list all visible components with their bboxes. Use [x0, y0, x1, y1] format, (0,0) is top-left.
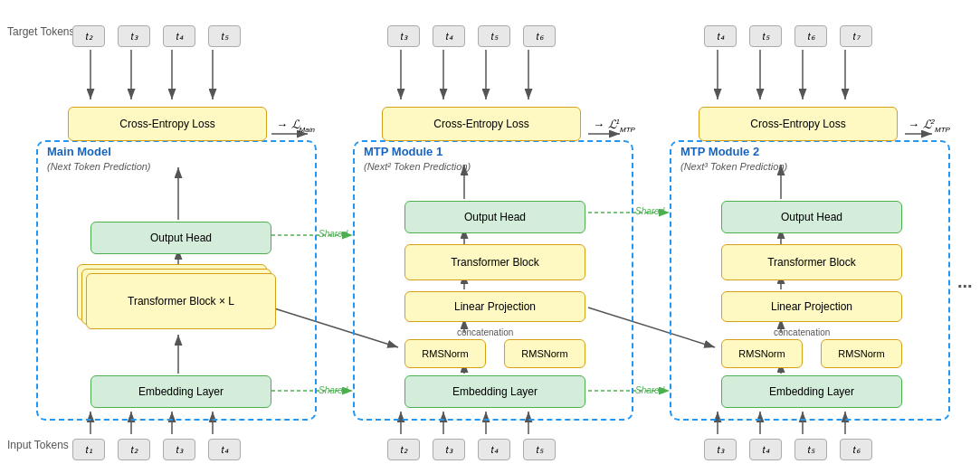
- mtp1-concat-label: concatenation: [457, 327, 513, 337]
- mtp1-transformer-label: Transformer Block: [451, 256, 539, 269]
- main-target-t2: t₂: [72, 25, 105, 47]
- mtp1-rmsnorm2: RMSNorm: [504, 339, 585, 368]
- mtp2-embedding: Embedding Layer: [721, 375, 902, 408]
- mtp1-loss-box: Cross-Entropy Loss: [382, 107, 581, 141]
- mtp1-embedding-label: Embedding Layer: [452, 385, 538, 398]
- main-input-t2: t₂: [118, 439, 150, 460]
- mtp2-transformer: Transformer Block: [721, 244, 902, 280]
- main-transformer-label: Transformer Block × L: [128, 295, 234, 308]
- mtp2-concat-label: concatenation: [774, 327, 830, 337]
- mtp2-target-t5: t₅: [749, 25, 782, 47]
- mtp1-embedding: Embedding Layer: [404, 375, 585, 408]
- mtp1-target-t6: t₆: [523, 25, 556, 47]
- main-loss-box: Cross-Entropy Loss: [68, 107, 267, 141]
- mtp2-linear: Linear Projection: [721, 291, 902, 322]
- mtp1-transformer: Transformer Block: [404, 244, 585, 280]
- mtp1-input-t5: t₅: [523, 439, 556, 460]
- shared-label-top-1: Shared: [319, 229, 347, 239]
- mtp2-input-t6: t₆: [840, 439, 872, 460]
- main-output-head: Output Head: [90, 222, 271, 254]
- mtp2-target-t7: t₇: [840, 25, 872, 47]
- mtp1-input-t2: t₂: [387, 439, 420, 460]
- mtp1-title: MTP Module 1: [364, 145, 442, 158]
- mtp2-linear-label: Linear Projection: [771, 300, 852, 313]
- mtp2-input-t4: t₄: [749, 439, 782, 460]
- main-target-t4: t₄: [163, 25, 195, 47]
- mtp2-input-t3: t₃: [704, 439, 737, 460]
- mtp1-loss-label: Cross-Entropy Loss: [433, 118, 528, 130]
- main-input-t3: t₃: [163, 439, 195, 460]
- mtp2-loss-arrow-label: → ℒ2MTP: [908, 118, 950, 134]
- mtp2-transformer-label: Transformer Block: [767, 256, 856, 269]
- mtp1-input-t4: t₄: [478, 439, 510, 460]
- target-tokens-label: Target Tokens: [7, 25, 75, 38]
- mtp1-loss-arrow-label: → ℒ1MTP: [593, 118, 635, 134]
- mtp1-rmsnorm2-label: RMSNorm: [521, 348, 567, 359]
- mtp2-rmsnorm1-label: RMSNorm: [738, 348, 785, 359]
- mtp1-linear: Linear Projection: [404, 291, 585, 322]
- mtp2-loss-box: Cross-Entropy Loss: [699, 107, 898, 141]
- main-model-subtitle: (Next Token Prediction): [47, 161, 151, 172]
- main-transformer-front: Transformer Block × L: [86, 273, 276, 329]
- mtp2-rmsnorm1: RMSNorm: [721, 339, 803, 368]
- shared-label-bot-2: Shared: [635, 385, 664, 395]
- mtp1-subtitle: (Next² Token Prediction): [364, 161, 471, 172]
- mtp1-target-t4: t₄: [433, 25, 465, 47]
- main-loss-label: Cross-Entropy Loss: [119, 118, 214, 130]
- mtp1-rmsnorm1-label: RMSNorm: [422, 348, 468, 359]
- main-loss-arrow-label: → ℒMain: [276, 118, 315, 134]
- main-output-head-label: Output Head: [150, 232, 212, 244]
- architecture-diagram: Target Tokens Input Tokens Main Model (N…: [0, 0, 980, 464]
- main-input-t1: t₁: [72, 439, 105, 460]
- mtp1-input-t3: t₃: [433, 439, 465, 460]
- mtp1-target-t3: t₃: [387, 25, 420, 47]
- mtp2-target-t4: t₄: [704, 25, 737, 47]
- mtp2-title: MTP Module 2: [680, 145, 759, 158]
- mtp2-rmsnorm2: RMSNorm: [821, 339, 902, 368]
- mtp2-target-t6: t₆: [794, 25, 827, 47]
- mtp2-rmsnorm2-label: RMSNorm: [838, 348, 884, 359]
- main-target-t3: t₃: [118, 25, 150, 47]
- mtp2-output-head-label: Output Head: [781, 211, 842, 223]
- mtp1-rmsnorm1: RMSNorm: [404, 339, 486, 368]
- shared-label-bot-1: Shared: [319, 385, 347, 395]
- mtp1-linear-label: Linear Projection: [454, 300, 536, 313]
- main-input-t4: t₄: [208, 439, 241, 460]
- input-tokens-label: Input Tokens: [7, 439, 69, 451]
- mtp1-target-t5: t₅: [478, 25, 510, 47]
- mtp2-output-head: Output Head: [721, 201, 902, 233]
- mtp1-output-head: Output Head: [404, 201, 585, 233]
- shared-label-top-2: Shared: [635, 206, 664, 216]
- mtp2-embedding-label: Embedding Layer: [769, 385, 854, 398]
- mtp2-input-t5: t₅: [794, 439, 827, 460]
- main-target-t5: t₅: [208, 25, 241, 47]
- mtp2-loss-label: Cross-Entropy Loss: [750, 118, 845, 130]
- continuation-dots: ...: [957, 271, 973, 292]
- mtp2-subtitle: (Next³ Token Prediction): [680, 161, 787, 172]
- mtp1-output-head-label: Output Head: [464, 211, 526, 223]
- main-embedding: Embedding Layer: [90, 375, 271, 408]
- main-model-title: Main Model: [47, 145, 111, 158]
- main-embedding-label: Embedding Layer: [138, 385, 224, 398]
